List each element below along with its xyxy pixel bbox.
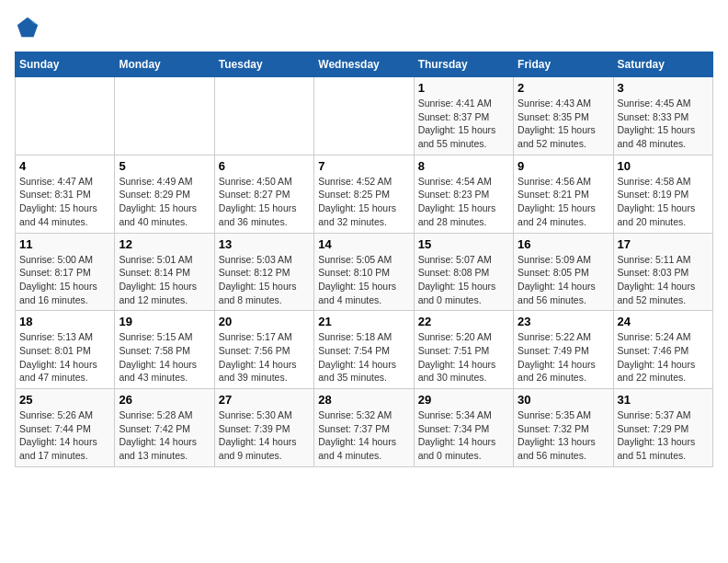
day-info: Sunrise: 5:24 AMSunset: 7:46 PMDaylight:…	[618, 331, 696, 383]
day-number: 28	[318, 393, 409, 407]
day-info: Sunrise: 5:30 AMSunset: 7:39 PMDaylight:…	[219, 409, 297, 461]
calendar-cell: 14Sunrise: 5:05 AMSunset: 8:10 PMDayligh…	[314, 233, 414, 311]
day-number: 31	[618, 393, 709, 407]
header-monday: Monday	[115, 52, 214, 77]
calendar-cell: 4Sunrise: 4:47 AMSunset: 8:31 PMDaylight…	[16, 155, 115, 233]
calendar-cell: 20Sunrise: 5:17 AMSunset: 7:56 PMDayligh…	[214, 311, 313, 389]
day-info: Sunrise: 4:47 AMSunset: 8:31 PMDaylight:…	[19, 176, 97, 227]
day-number: 16	[518, 237, 609, 251]
day-info: Sunrise: 4:41 AMSunset: 8:37 PMDaylight:…	[418, 98, 496, 149]
day-number: 4	[19, 159, 110, 173]
day-number: 26	[119, 393, 210, 407]
calendar-cell: 18Sunrise: 5:13 AMSunset: 8:01 PMDayligh…	[16, 311, 115, 389]
day-number: 18	[19, 315, 110, 328]
day-number: 15	[418, 237, 509, 251]
calendar-cell: 12Sunrise: 5:01 AMSunset: 8:14 PMDayligh…	[115, 233, 214, 311]
day-number: 29	[418, 393, 509, 407]
day-info: Sunrise: 5:09 AMSunset: 8:05 PMDaylight:…	[518, 254, 596, 305]
day-number: 21	[318, 315, 409, 328]
day-info: Sunrise: 5:11 AMSunset: 8:03 PMDaylight:…	[618, 254, 696, 305]
calendar-cell: 13Sunrise: 5:03 AMSunset: 8:12 PMDayligh…	[214, 233, 313, 311]
calendar-cell: 27Sunrise: 5:30 AMSunset: 7:39 PMDayligh…	[214, 389, 313, 467]
day-info: Sunrise: 5:17 AMSunset: 7:56 PMDaylight:…	[219, 331, 297, 383]
calendar-cell: 8Sunrise: 4:54 AMSunset: 8:23 PMDaylight…	[414, 155, 513, 233]
calendar-cell: 1Sunrise: 4:41 AMSunset: 8:37 PMDaylight…	[414, 77, 513, 155]
day-number: 14	[318, 237, 409, 251]
svg-marker-0	[17, 17, 38, 37]
calendar-cell: 26Sunrise: 5:28 AMSunset: 7:42 PMDayligh…	[115, 389, 214, 467]
calendar-week-row: 4Sunrise: 4:47 AMSunset: 8:31 PMDaylight…	[16, 155, 713, 233]
day-number: 10	[618, 159, 709, 173]
day-number: 7	[318, 159, 409, 173]
day-info: Sunrise: 5:07 AMSunset: 8:08 PMDaylight:…	[418, 254, 496, 305]
day-info: Sunrise: 5:26 AMSunset: 7:44 PMDaylight:…	[19, 409, 97, 461]
calendar-week-row: 18Sunrise: 5:13 AMSunset: 8:01 PMDayligh…	[16, 311, 713, 389]
calendar-cell: 22Sunrise: 5:20 AMSunset: 7:51 PMDayligh…	[414, 311, 513, 389]
calendar-header-row: SundayMondayTuesdayWednesdayThursdayFrid…	[16, 52, 713, 77]
day-number: 13	[219, 237, 310, 251]
day-number: 3	[618, 81, 709, 95]
day-info: Sunrise: 4:45 AMSunset: 8:33 PMDaylight:…	[618, 98, 696, 149]
calendar-cell: 3Sunrise: 4:45 AMSunset: 8:33 PMDaylight…	[613, 77, 712, 155]
calendar-cell: 17Sunrise: 5:11 AMSunset: 8:03 PMDayligh…	[613, 233, 712, 311]
day-info: Sunrise: 5:13 AMSunset: 8:01 PMDaylight:…	[19, 331, 97, 383]
page-header	[15, 15, 713, 40]
day-info: Sunrise: 5:03 AMSunset: 8:12 PMDaylight:…	[219, 254, 297, 305]
header-sunday: Sunday	[16, 52, 115, 77]
day-number: 5	[119, 159, 210, 173]
day-info: Sunrise: 5:18 AMSunset: 7:54 PMDaylight:…	[318, 331, 396, 383]
calendar-cell: 28Sunrise: 5:32 AMSunset: 7:37 PMDayligh…	[314, 389, 414, 467]
calendar-cell: 5Sunrise: 4:49 AMSunset: 8:29 PMDaylight…	[115, 155, 214, 233]
day-info: Sunrise: 5:37 AMSunset: 7:29 PMDaylight:…	[618, 409, 696, 461]
header-saturday: Saturday	[613, 52, 712, 77]
calendar-cell: 31Sunrise: 5:37 AMSunset: 7:29 PMDayligh…	[613, 389, 712, 467]
calendar-cell: 16Sunrise: 5:09 AMSunset: 8:05 PMDayligh…	[514, 233, 613, 311]
calendar-cell: 10Sunrise: 4:58 AMSunset: 8:19 PMDayligh…	[613, 155, 712, 233]
calendar-cell: 30Sunrise: 5:35 AMSunset: 7:32 PMDayligh…	[514, 389, 613, 467]
day-number: 27	[219, 393, 310, 407]
day-number: 25	[19, 393, 110, 407]
day-info: Sunrise: 5:22 AMSunset: 7:49 PMDaylight:…	[518, 331, 596, 383]
calendar-week-row: 1Sunrise: 4:41 AMSunset: 8:37 PMDaylight…	[16, 77, 713, 155]
day-number: 2	[518, 81, 609, 95]
header-friday: Friday	[514, 52, 613, 77]
calendar-cell: 19Sunrise: 5:15 AMSunset: 7:58 PMDayligh…	[115, 311, 214, 389]
day-number: 23	[518, 315, 609, 328]
calendar-cell: 29Sunrise: 5:34 AMSunset: 7:34 PMDayligh…	[414, 389, 513, 467]
day-info: Sunrise: 4:56 AMSunset: 8:21 PMDaylight:…	[518, 176, 596, 227]
day-number: 1	[418, 81, 509, 95]
day-info: Sunrise: 4:43 AMSunset: 8:35 PMDaylight:…	[518, 98, 596, 149]
day-info: Sunrise: 5:15 AMSunset: 7:58 PMDaylight:…	[119, 331, 197, 383]
day-number: 30	[518, 393, 609, 407]
day-info: Sunrise: 4:49 AMSunset: 8:29 PMDaylight:…	[119, 176, 197, 227]
calendar-table: SundayMondayTuesdayWednesdayThursdayFrid…	[15, 52, 713, 467]
day-number: 20	[219, 315, 310, 328]
day-info: Sunrise: 5:32 AMSunset: 7:37 PMDaylight:…	[318, 409, 396, 461]
day-number: 19	[119, 315, 210, 328]
calendar-cell: 25Sunrise: 5:26 AMSunset: 7:44 PMDayligh…	[16, 389, 115, 467]
calendar-cell	[16, 77, 115, 155]
calendar-cell	[214, 77, 313, 155]
day-number: 22	[418, 315, 509, 328]
calendar-week-row: 25Sunrise: 5:26 AMSunset: 7:44 PMDayligh…	[16, 389, 713, 467]
calendar-cell: 11Sunrise: 5:00 AMSunset: 8:17 PMDayligh…	[16, 233, 115, 311]
day-info: Sunrise: 5:34 AMSunset: 7:34 PMDaylight:…	[418, 409, 496, 461]
calendar-cell: 23Sunrise: 5:22 AMSunset: 7:49 PMDayligh…	[514, 311, 613, 389]
calendar-cell: 21Sunrise: 5:18 AMSunset: 7:54 PMDayligh…	[314, 311, 414, 389]
calendar-cell: 2Sunrise: 4:43 AMSunset: 8:35 PMDaylight…	[514, 77, 613, 155]
day-number: 17	[618, 237, 709, 251]
header-wednesday: Wednesday	[314, 52, 414, 77]
calendar-cell: 6Sunrise: 4:50 AMSunset: 8:27 PMDaylight…	[214, 155, 313, 233]
day-info: Sunrise: 5:20 AMSunset: 7:51 PMDaylight:…	[418, 331, 496, 383]
day-number: 11	[19, 237, 110, 251]
day-number: 9	[518, 159, 609, 173]
header-tuesday: Tuesday	[214, 52, 313, 77]
day-number: 6	[219, 159, 310, 173]
day-info: Sunrise: 4:58 AMSunset: 8:19 PMDaylight:…	[618, 176, 696, 227]
day-number: 8	[418, 159, 509, 173]
day-info: Sunrise: 5:28 AMSunset: 7:42 PMDaylight:…	[119, 409, 197, 461]
calendar-cell: 7Sunrise: 4:52 AMSunset: 8:25 PMDaylight…	[314, 155, 414, 233]
calendar-cell: 15Sunrise: 5:07 AMSunset: 8:08 PMDayligh…	[414, 233, 513, 311]
day-number: 12	[119, 237, 210, 251]
logo-icon	[15, 15, 40, 40]
